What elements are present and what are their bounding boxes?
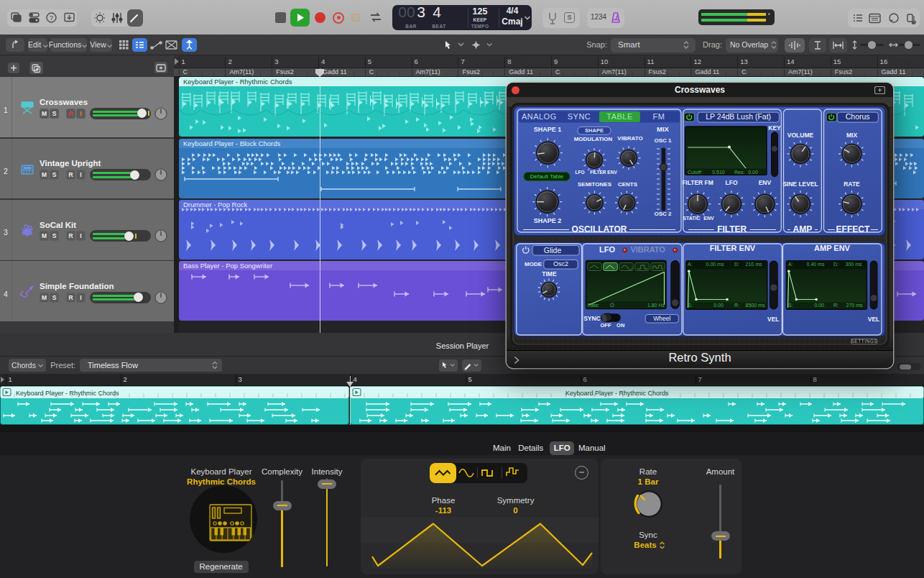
svg-text:Keyboard Player - Block Chords: Keyboard Player - Block Chords [183, 139, 280, 147]
svg-text:Drummer - Pop Rock: Drummer - Pop Rock [183, 201, 247, 208]
svg-text:Keyboard Player - Rhythmic Cho: Keyboard Player - Rhythmic Chords [183, 78, 292, 86]
svg-text:Bass Player - Pop Songwriter: Bass Player - Pop Songwriter [183, 262, 272, 270]
svg-text:?: ? [50, 14, 53, 22]
svg-text:Keyboard Player - Rhythmic Cho: Keyboard Player - Rhythmic Chords [16, 390, 119, 397]
svg-text:Keyboard Player - Rhythmic Cho: Keyboard Player - Rhythmic Chords [565, 390, 669, 397]
